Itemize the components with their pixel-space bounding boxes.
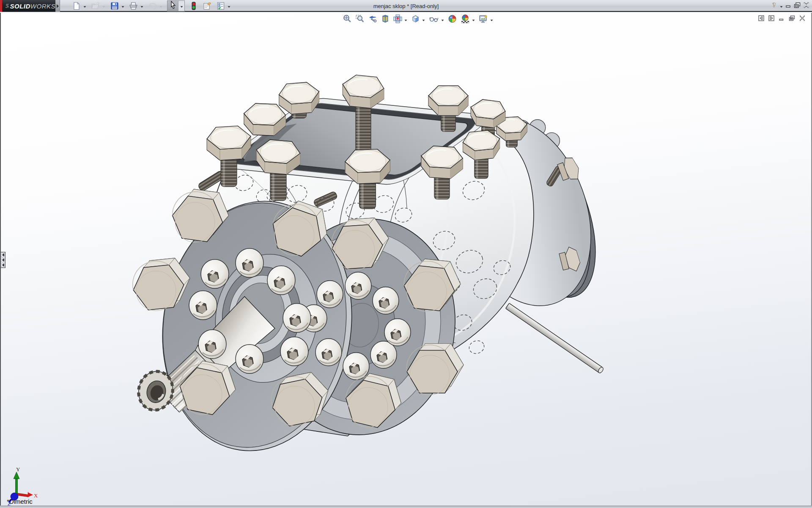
hide-show-icon xyxy=(429,14,439,25)
model-socket-screw[interactable] xyxy=(189,291,217,320)
select-cursor-icon xyxy=(169,1,177,11)
show-right-pane-button[interactable] xyxy=(768,15,774,23)
minimize-document-button[interactable] xyxy=(779,15,785,23)
graphics-viewport[interactable]: Y X Z *Dimetric xyxy=(0,13,812,505)
options-dropdown[interactable] xyxy=(226,1,232,11)
brand-name: SOLIDWORKS xyxy=(10,3,55,10)
chevron-down-icon xyxy=(180,2,183,10)
document-window-controls xyxy=(758,15,805,23)
display-style-button[interactable] xyxy=(410,14,421,25)
view-orientation-dropdown[interactable] xyxy=(403,14,408,25)
model-cover-bolt[interactable] xyxy=(244,103,286,135)
svg-text:X: X xyxy=(34,492,38,499)
svg-text:?: ? xyxy=(773,2,776,8)
edit-appearance-button[interactable] xyxy=(447,14,458,25)
chevron-down-icon xyxy=(102,2,105,10)
brand-expand-button[interactable] xyxy=(55,0,60,12)
hide-show-items-dropdown[interactable] xyxy=(440,14,445,25)
print-dropdown[interactable] xyxy=(139,1,145,11)
restore-document-button[interactable] xyxy=(789,15,795,23)
help-question-icon: ? xyxy=(771,2,777,11)
close-app-button[interactable] xyxy=(803,2,809,10)
undo-dropdown[interactable] xyxy=(158,1,164,11)
rebuild-button[interactable] xyxy=(188,1,199,11)
zoom-fit-icon xyxy=(343,14,351,25)
minimize-icon xyxy=(785,2,791,10)
previous-view-button[interactable] xyxy=(367,14,378,25)
section-view-icon xyxy=(381,14,390,25)
section-view-button[interactable] xyxy=(380,14,390,25)
model-socket-screw[interactable] xyxy=(201,260,229,289)
model-socket-screw[interactable] xyxy=(236,248,263,278)
zoom-to-area-button[interactable] xyxy=(354,14,365,25)
chevron-down-icon xyxy=(83,2,86,10)
display-style-icon xyxy=(411,14,420,25)
new-document-button[interactable] xyxy=(71,1,82,11)
triad-y-axis: Y xyxy=(14,466,20,494)
solidworks-logo: SOLIDWORKS xyxy=(2,0,55,12)
previous-view-icon xyxy=(368,14,377,25)
model-output-rod[interactable] xyxy=(505,303,604,374)
print-button[interactable] xyxy=(128,1,139,11)
apply-scene-icon xyxy=(461,14,470,25)
apply-scene-dropdown[interactable] xyxy=(471,14,476,25)
save-button[interactable] xyxy=(109,1,120,11)
model-socket-screw[interactable] xyxy=(236,345,263,374)
view-settings-icon xyxy=(479,14,488,25)
open-dropdown[interactable] xyxy=(101,1,107,11)
model-socket-screw[interactable] xyxy=(384,319,411,346)
chevron-down-icon xyxy=(228,2,230,10)
zoom-area-icon xyxy=(355,14,364,25)
close-x-icon xyxy=(803,2,809,10)
model-socket-screw[interactable] xyxy=(315,339,342,366)
minimize-icon xyxy=(779,15,785,23)
model-socket-screw[interactable] xyxy=(343,353,369,380)
show-left-pane-button[interactable] xyxy=(758,15,764,23)
expand-arrow-icon xyxy=(56,4,59,8)
display-style-dropdown[interactable] xyxy=(421,14,426,25)
new-document-dropdown[interactable] xyxy=(82,1,88,11)
view-settings-dropdown[interactable] xyxy=(489,14,494,25)
view-orientation-label: *Dimetric xyxy=(7,498,33,505)
model-socket-screw[interactable] xyxy=(317,281,343,308)
select-dropdown[interactable] xyxy=(178,1,184,11)
help-button[interactable]: ? xyxy=(771,2,777,11)
restore-icon xyxy=(789,15,795,23)
window-bottom-frame xyxy=(0,505,812,508)
view-settings-button[interactable] xyxy=(478,14,489,25)
file-properties-button[interactable] xyxy=(202,1,213,11)
options-button[interactable] xyxy=(215,1,226,11)
restore-app-button[interactable] xyxy=(794,2,801,10)
undo-arrow-icon xyxy=(148,2,157,10)
minimize-app-button[interactable] xyxy=(785,2,791,10)
open-button[interactable] xyxy=(90,1,101,11)
hide-show-items-button[interactable] xyxy=(428,14,440,25)
titlebar-controls: ? xyxy=(771,0,809,12)
model-socket-screw[interactable] xyxy=(373,287,399,314)
save-dropdown[interactable] xyxy=(120,1,126,11)
select-button[interactable] xyxy=(167,1,178,11)
main-toolbar xyxy=(71,1,234,11)
help-menu-button[interactable] xyxy=(780,2,783,10)
apply-scene-button[interactable] xyxy=(460,14,471,25)
model-socket-screw[interactable] xyxy=(345,272,371,299)
model-canvas[interactable] xyxy=(1,13,812,505)
edit-appearance-icon xyxy=(448,14,457,25)
pane-left-icon xyxy=(758,15,764,23)
model-socket-screw[interactable] xyxy=(280,337,308,366)
model-socket-screw[interactable] xyxy=(198,330,226,359)
view-orientation-button[interactable] xyxy=(392,14,403,25)
undo-button[interactable] xyxy=(147,1,158,11)
view-orientation-icon xyxy=(393,14,402,25)
collapse-arrow-icon xyxy=(2,263,4,267)
save-floppy-icon xyxy=(110,2,119,10)
zoom-to-fit-button[interactable] xyxy=(342,14,352,25)
titlebar[interactable]: SOLIDWORKS menjac sklop * [Read-only] ? xyxy=(0,0,812,12)
feature-panel-collapsed-tab[interactable] xyxy=(1,252,5,268)
model-socket-screw[interactable] xyxy=(267,266,295,295)
restore-icon xyxy=(794,2,801,10)
close-document-button[interactable] xyxy=(799,15,805,23)
model-socket-screw[interactable] xyxy=(283,304,311,333)
new-doc-icon xyxy=(72,2,81,10)
select-button-group xyxy=(167,0,185,11)
